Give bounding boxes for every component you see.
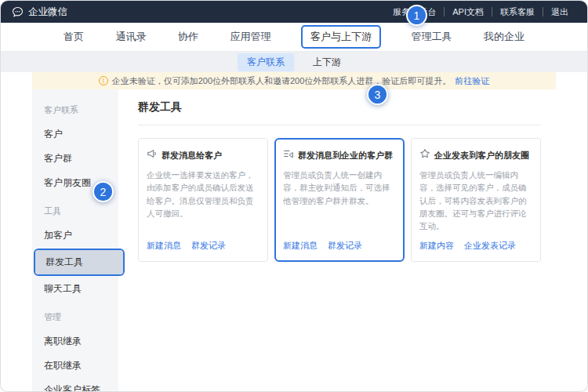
nav-item-my-enterprise[interactable]: 我的企业 <box>482 26 526 48</box>
card-links: 新建内容 企业发表记录 <box>419 240 532 253</box>
sidebar-item-add-customer[interactable]: 加客户 <box>32 223 118 248</box>
sidebar-item-enterprise-customer-tags[interactable]: 企业客户标签 <box>32 378 118 392</box>
card-description: 管理员或负责人统一创建内容，群主收到通知后，可选择他管理的客户群并群发。 <box>283 169 396 207</box>
mass-send-records-link[interactable]: 群发记录 <box>191 240 226 252</box>
annotation-badge-1: 1 <box>406 5 427 26</box>
tab-customer-contact[interactable]: 客户联系 <box>238 53 294 71</box>
main-content: 群发工具 群发消息给客户 企业统一选择要发送的客户，由添加客户的成员确认后发送给… <box>118 89 557 392</box>
sidebar-item-mass-messaging-tools[interactable]: 群发工具 <box>35 250 123 274</box>
annotation-badge-3: 3 <box>367 84 388 105</box>
banner-wrap: ! 企业未验证，仅可添加200位外部联系人和邀请200位外部联系人进群，验证后即… <box>1 72 587 89</box>
moments-star-icon <box>419 148 430 162</box>
sidebar-item-chat-tools[interactable]: 聊天工具 <box>32 277 118 301</box>
page-body: 客户联系 客户 客户群 客户朋友圈 工具 加客户 群发工具 聊天工具 管理 离职… <box>1 89 587 392</box>
card-head: 企业发表到客户的朋友圈 <box>419 148 532 162</box>
warning-icon: ! <box>99 76 108 85</box>
brand-name: 企业微信 <box>28 5 67 19</box>
nav-item-contacts[interactable]: 通讯录 <box>114 26 148 48</box>
card-mass-message-to-customer-groups: 群发消息到企业的客户群 管理员或负责人统一创建内容，群主收到通知后，可选择他管理… <box>274 138 405 262</box>
go-verify-link[interactable]: 前往验证 <box>455 75 489 87</box>
subtab-strip: 客户联系 上下游 <box>1 52 587 72</box>
tab-upstream-downstream[interactable]: 上下游 <box>303 53 350 71</box>
topbar-link-logout[interactable]: 退出 <box>543 7 576 16</box>
megaphone-icon <box>147 148 158 162</box>
page-title: 群发工具 <box>138 100 541 125</box>
new-message-link[interactable]: 新建消息 <box>283 240 318 252</box>
sidebar-item-customers[interactable]: 客户 <box>32 122 118 147</box>
card-title: 企业发表到客户的朋友圈 <box>434 150 529 162</box>
topbar: 企业微信 服务商后台 API文档 联系客服 退出 <box>1 1 587 23</box>
topbar-link-api-docs[interactable]: API文档 <box>444 7 492 16</box>
chat-bubble-icon <box>12 6 24 18</box>
topbar-link-contact-support[interactable]: 联系客服 <box>492 7 543 16</box>
sidebar-item-resignation-inheritance[interactable]: 离职继承 <box>32 329 118 354</box>
card-head: 群发消息到企业的客户群 <box>283 148 396 162</box>
nav-item-management-tools[interactable]: 管理工具 <box>410 26 454 48</box>
card-title: 群发消息给客户 <box>162 150 222 162</box>
nav-item-home[interactable]: 首页 <box>62 26 85 48</box>
sidebar-item-customer-groups[interactable]: 客户群 <box>32 147 118 171</box>
card-description: 管理员或负责人统一编辑内容，选择可见的客户，成员确认后，可将内容发表到客户的朋友… <box>419 169 532 232</box>
verification-banner: ! 企业未验证，仅可添加200位外部联系人和邀请200位外部联系人进群，验证后即… <box>32 72 556 89</box>
sidebar-section-management: 管理 <box>32 301 118 329</box>
main-nav: 首页 通讯录 协作 应用管理 客户与上下游 管理工具 我的企业 <box>1 23 587 52</box>
nav-item-collaboration[interactable]: 协作 <box>176 26 200 48</box>
card-mass-message-to-customers: 群发消息给客户 企业统一选择要发送的客户，由添加客户的成员确认后发送给客户。消息… <box>138 138 268 262</box>
card-links: 新建消息 群发记录 <box>283 240 396 253</box>
annotation-badge-2: 2 <box>93 181 114 202</box>
card-title: 群发消息到企业的客户群 <box>298 150 393 162</box>
sidebar: 客户联系 客户 客户群 客户朋友圈 工具 加客户 群发工具 聊天工具 管理 离职… <box>32 89 118 392</box>
enterprise-publish-records-link[interactable]: 企业发表记录 <box>464 240 516 252</box>
nav-item-customers-upstream-downstream[interactable]: 客户与上下游 <box>301 25 381 49</box>
new-message-link[interactable]: 新建消息 <box>147 240 181 252</box>
mass-send-records-link[interactable]: 群发记录 <box>328 240 362 252</box>
brand-logo: 企业微信 <box>12 5 67 19</box>
card-links: 新建消息 群发记录 <box>147 240 260 253</box>
card-description: 企业统一选择要发送的客户，由添加客户的成员确认后发送给客户。消息仅管理员和负责人… <box>147 169 260 220</box>
sidebar-item-on-job-inheritance[interactable]: 在职继承 <box>32 354 118 378</box>
annotation-box-2: 群发工具 <box>34 249 125 276</box>
card-head: 群发消息给客户 <box>147 148 260 162</box>
app-window: 企业微信 服务商后台 API文档 联系客服 退出 首页 通讯录 协作 应用管理 … <box>0 0 588 392</box>
banner-text: 企业未验证，仅可添加200位外部联系人和邀请200位外部联系人进群，验证后即可提… <box>112 75 452 87</box>
broadcast-list-icon <box>283 148 294 162</box>
card-publish-to-customer-moments: 企业发表到客户的朋友圈 管理员或负责人统一编辑内容，选择可见的客户，成员确认后，… <box>411 138 541 262</box>
new-content-link[interactable]: 新建内容 <box>419 240 454 252</box>
cards-row: 群发消息给客户 企业统一选择要发送的客户，由添加客户的成员确认后发送给客户。消息… <box>138 138 541 262</box>
sidebar-section-customer-contact: 客户联系 <box>32 94 118 122</box>
nav-item-app-management[interactable]: 应用管理 <box>229 26 273 48</box>
